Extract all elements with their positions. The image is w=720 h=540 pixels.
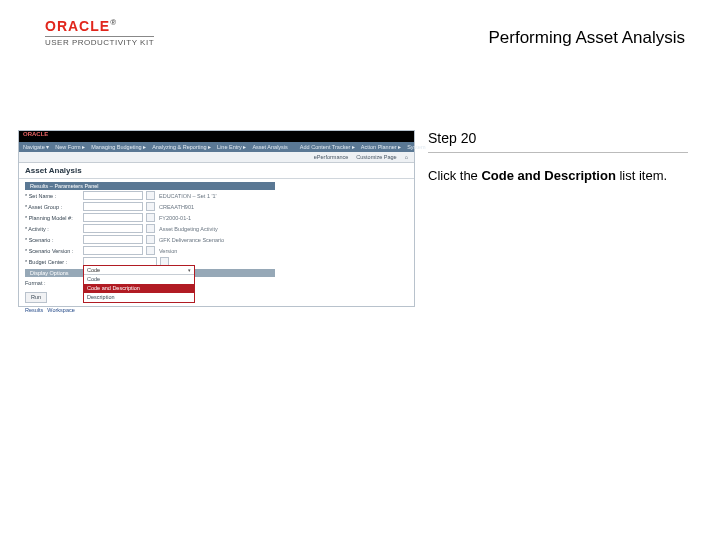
link-customize[interactable]: Customize Page xyxy=(356,154,396,160)
fld-model[interactable] xyxy=(83,213,143,222)
instruction-panel: Step 20 Click the Code and Description l… xyxy=(428,130,688,185)
upk-header: ORACLE® USER PRODUCTIVITY KIT xyxy=(45,18,154,47)
menu-asset[interactable]: Asset Analysis xyxy=(252,144,287,150)
pick-model[interactable] xyxy=(146,213,155,222)
instruction-pre: Click the xyxy=(428,168,481,183)
app-brand-bar: ORACLE xyxy=(19,131,414,142)
target-application: ORACLE Navigate ▾ New Form ▸ Managing Bu… xyxy=(18,130,415,307)
instruction-post: list item. xyxy=(616,168,667,183)
pick-assetgroup[interactable] xyxy=(146,202,155,211)
step-label: Step 20 xyxy=(428,130,688,153)
menu-addcontent[interactable]: Add Content Tracker ▸ xyxy=(300,144,355,150)
link-results[interactable]: Results xyxy=(25,307,43,313)
lbl-format: Format : xyxy=(25,280,83,286)
lbl-assetgroup: * Asset Group : xyxy=(25,204,83,210)
desc-model: FY2000-01-1 xyxy=(159,215,191,221)
row-version: * Scenario Version :Version xyxy=(25,245,408,256)
instruction-bold: Code and Description xyxy=(481,168,615,183)
oracle-logo-text: ORACLE xyxy=(45,18,110,34)
app-sub-bar: ePerformance Customize Page ⌂ xyxy=(19,152,414,163)
desc-activity: Asset Budgeting Activity xyxy=(159,226,218,232)
row-setname: * Set Name :EDUCATION – Set 1 '1' xyxy=(25,190,408,201)
menu-budgeting[interactable]: Managing Budgeting ▸ xyxy=(91,144,146,150)
format-dropdown[interactable]: Code Code Code and Description Descripti… xyxy=(83,265,195,303)
instruction-text: Click the Code and Description list item… xyxy=(428,167,688,185)
parameters-header: Results – Parameters Panel xyxy=(25,182,275,190)
fld-assetgroup[interactable] xyxy=(83,202,143,211)
pick-scenario[interactable] xyxy=(146,235,155,244)
app-menu-bar: Navigate ▾ New Form ▸ Managing Budgeting… xyxy=(19,142,414,152)
lbl-budgetcenter: * Budget Center : xyxy=(25,259,83,265)
link-workspace[interactable]: Workspace xyxy=(47,307,74,313)
format-option-code[interactable]: Code xyxy=(84,275,194,284)
desc-version: Version xyxy=(159,248,177,254)
format-option-code-and-description[interactable]: Code and Description xyxy=(84,284,194,293)
desc-scenario: GFK Deliverance Scenario xyxy=(159,237,224,243)
row-model: * Planning Model #:FY2000-01-1 xyxy=(25,212,408,223)
row-activity: * Activity :Asset Budgeting Activity xyxy=(25,223,408,234)
lbl-model: * Planning Model #: xyxy=(25,215,83,221)
footer-links: Results Workspace xyxy=(19,306,414,314)
lesson-title: Performing Asset Analysis xyxy=(488,28,685,48)
desc-setname: EDUCATION – Set 1 '1' xyxy=(159,193,217,199)
app-brand: ORACLE xyxy=(23,131,48,137)
parameters-form: Results – Parameters Panel * Set Name :E… xyxy=(19,179,414,306)
lbl-activity: * Activity : xyxy=(25,226,83,232)
fld-setname[interactable] xyxy=(83,191,143,200)
pick-activity[interactable] xyxy=(146,224,155,233)
format-selected[interactable]: Code xyxy=(84,266,194,275)
upk-kit-label: USER PRODUCTIVITY KIT xyxy=(45,36,154,47)
oracle-tm: ® xyxy=(110,18,117,27)
desc-assetgroup: CREAATH901 xyxy=(159,204,194,210)
fld-activity[interactable] xyxy=(83,224,143,233)
fld-version[interactable] xyxy=(83,246,143,255)
menu-lineentry[interactable]: Line Entry ▸ xyxy=(217,144,246,150)
pick-setname[interactable] xyxy=(146,191,155,200)
run-button[interactable]: Run xyxy=(25,292,47,303)
row-assetgroup: * Asset Group :CREAATH901 xyxy=(25,201,408,212)
home-icon[interactable]: ⌂ xyxy=(405,154,408,160)
lbl-scenario: * Scenario : xyxy=(25,237,83,243)
menu-navigate[interactable]: Navigate ▾ xyxy=(23,144,49,150)
menu-actionplan[interactable]: Action Planner ▸ xyxy=(361,144,401,150)
row-format: Format : Code Code Code and Description … xyxy=(25,277,408,288)
app-page-title: Asset Analysis xyxy=(19,163,414,179)
format-option-description[interactable]: Description xyxy=(84,293,194,302)
lbl-setname: * Set Name : xyxy=(25,193,83,199)
menu-reporting[interactable]: Analyzing & Reporting ▸ xyxy=(152,144,211,150)
link-eperformance[interactable]: ePerformance xyxy=(314,154,349,160)
lbl-version: * Scenario Version : xyxy=(25,248,83,254)
row-scenario: * Scenario :GFK Deliverance Scenario xyxy=(25,234,408,245)
fld-scenario[interactable] xyxy=(83,235,143,244)
menu-system[interactable]: System xyxy=(407,144,425,150)
pick-version[interactable] xyxy=(146,246,155,255)
oracle-logo: ORACLE® xyxy=(45,18,117,34)
menu-newform[interactable]: New Form ▸ xyxy=(55,144,85,150)
